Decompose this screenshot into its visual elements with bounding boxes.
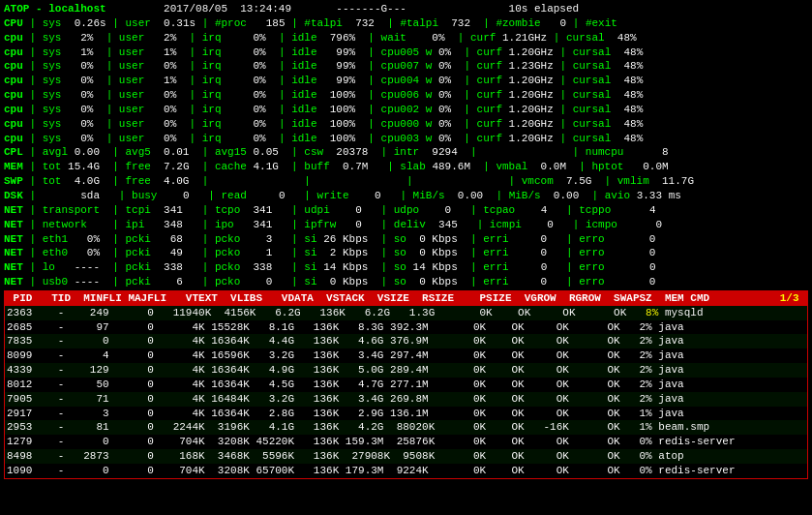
elapsed: 10s elapsed — [509, 3, 580, 15]
process-table-header: PID TID MINFLI MAJFLI VTEXT VLIBS VDATA … — [5, 291, 807, 306]
process-row: 1279 - 0 0 704K 3208K 45220K 136K 159.3M… — [5, 435, 807, 449]
process-row: 8498 - 2873 0 168K 3468K 5596K 136K 2790… — [5, 449, 807, 464]
process-section: PID TID MINFLI MAJFLI VTEXT VLIBS VDATA … — [4, 290, 808, 479]
process-row: 1090 - 0 0 704K 3208K 65700K 136K 179.3M… — [5, 464, 807, 478]
process-row: 7905 - 71 0 4K 16484K 3.2G 136K 3.4G 269… — [5, 392, 807, 407]
datetime: 2017/08/05 13:24:49 — [164, 3, 291, 15]
process-row: 8012 - 50 0 4K 16364K 4.5G 136K 4.7G 277… — [5, 378, 807, 392]
terminal: ATOP - localhost 2017/08/05 13:24:49 ---… — [0, 0, 812, 515]
process-row: 8099 - 4 0 4K 16596K 3.2G 136K 3.4G 297.… — [5, 348, 807, 363]
process-row: 2685 - 97 0 4K 15528K 8.1G 136K 8.3G 392… — [5, 320, 807, 335]
process-row: 2363 - 249 0 11940K 4156K 6.2G 136K 6.2G… — [5, 306, 807, 320]
process-row: 7835 - 0 0 4K 16364K 4.4G 136K 4.6G 376.… — [5, 334, 807, 348]
process-row: 2953 - 81 0 2244K 3196K 4.1G 136K 4.2G 8… — [5, 420, 807, 435]
terminal-content: ATOP - localhost 2017/08/05 13:24:49 ---… — [4, 2, 808, 289]
graph-mode: -------G--- — [336, 3, 406, 15]
atop-title: ATOP - localhost — [4, 3, 106, 15]
process-row: 2917 - 3 0 4K 16364K 2.8G 136K 2.9G 136.… — [5, 407, 807, 421]
process-row: 4339 - 129 0 4K 16364K 4.9G 136K 5.0G 28… — [5, 363, 807, 378]
